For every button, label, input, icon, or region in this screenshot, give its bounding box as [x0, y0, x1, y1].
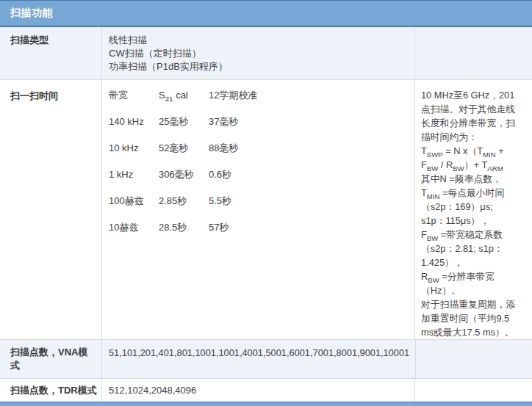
sweep-12term-time: 88毫秒 — [209, 142, 414, 169]
row-value-sweep-time: 带宽 S21 cal 12学期校准 140 kHz 25毫秒 37毫秒 10 k… — [102, 80, 415, 339]
row-label-points-vna: 扫描点数，VNA模 式 — [0, 340, 102, 378]
sweep-col-header-bandwidth: 带宽 — [109, 90, 159, 116]
sweep-bandwidth: 100赫兹 — [109, 195, 159, 222]
sweep-s21-time: 28.5秒 — [159, 222, 209, 248]
sweep-bandwidth: 10赫兹 — [109, 222, 159, 248]
row-label-points-tdr: 扫描点数，TDR模式 — [0, 379, 102, 402]
sweep-col-header-s21cal: S21 cal — [159, 90, 209, 116]
sweep-12term-time: 57秒 — [209, 222, 414, 248]
sweep-col-header-12term: 12学期校准 — [209, 90, 414, 116]
sweep-bandwidth: 1 kHz — [109, 169, 159, 195]
sweep-bandwidth: 10 kHz — [109, 142, 159, 169]
row-note-sweep-time: 10 MHz至6 GHz，201点扫描。对于其他走线长度和分辨率带宽，扫描时间约… — [415, 80, 532, 339]
sweep-s21-time: 306毫秒 — [159, 169, 209, 195]
spec-sheet-page: 扫描功能 扫描类型 线性扫描 CW扫描（定时扫描） 功率扫描（P1dB实用程序）… — [0, 0, 532, 406]
sweep-time-table: 带宽 S21 cal 12学期校准 140 kHz 25毫秒 37毫秒 10 k… — [109, 90, 414, 248]
sweep-12term-time: 5.5秒 — [209, 195, 414, 222]
table-row-points-vna: 扫描点数，VNA模 式 51,101,201,401,801,1001,1001… — [0, 340, 532, 379]
row-note-points-vna — [416, 340, 532, 378]
sweep-s21-time: 52毫秒 — [159, 142, 209, 169]
table-row-sweep-time: 扫一扫时间 带宽 S21 cal 12学期校准 140 kHz 25毫秒 37毫… — [0, 80, 532, 340]
row-label-sweep-time: 扫一扫时间 — [0, 80, 102, 339]
sweep-s21-time: 25毫秒 — [159, 116, 209, 142]
sweep-s21-time: 2.85秒 — [159, 195, 209, 222]
sweep-bandwidth: 140 kHz — [109, 116, 159, 142]
table-row-points-tdr: 扫描点数，TDR模式 512,1024,2048,4096 — [0, 379, 532, 402]
row-value-points-vna: 51,101,201,401,801,1001,1001,4001,5001,6… — [102, 340, 416, 378]
section-title: 扫描功能 — [0, 7, 53, 20]
table-row-scan-types: 扫描类型 线性扫描 CW扫描（定时扫描） 功率扫描（P1dB实用程序） — [0, 27, 532, 80]
sweep-12term-time: 0.6秒 — [209, 169, 414, 195]
row-value-scan-types: 线性扫描 CW扫描（定时扫描） 功率扫描（P1dB实用程序） — [102, 27, 415, 79]
sweep-12term-time: 37毫秒 — [209, 116, 414, 142]
spec-table: 扫描类型 线性扫描 CW扫描（定时扫描） 功率扫描（P1dB实用程序） 扫一扫时… — [0, 27, 532, 402]
next-section-bar-partial — [0, 402, 532, 406]
row-label-scan-types: 扫描类型 — [0, 27, 102, 79]
row-note-points-tdr — [415, 379, 532, 402]
section-header-bar: 扫描功能 — [0, 0, 532, 27]
row-value-points-tdr: 512,1024,2048,4096 — [102, 379, 415, 402]
row-note-scan-types — [415, 27, 532, 79]
